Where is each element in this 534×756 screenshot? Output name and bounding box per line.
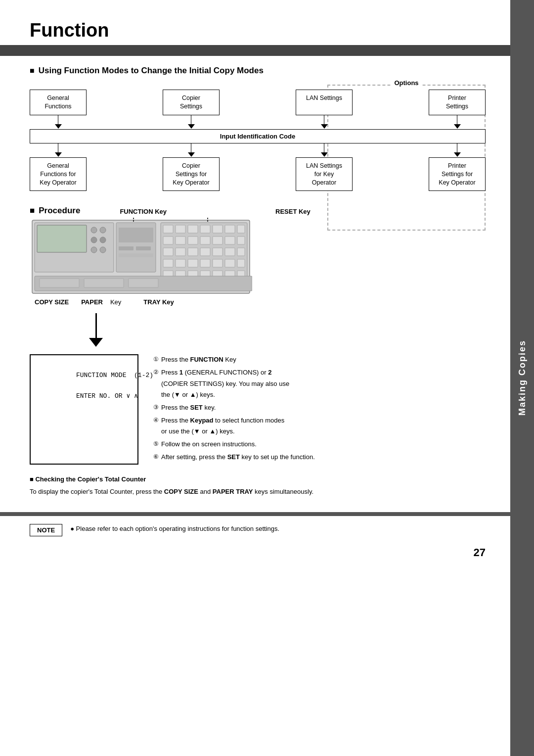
svg-rect-33 <box>213 248 222 256</box>
svg-rect-36 <box>163 259 173 267</box>
svg-point-4 <box>100 227 106 233</box>
svg-rect-53 <box>40 279 79 287</box>
svg-rect-32 <box>200 248 210 256</box>
box-copier-settings-key-op: CopierSettings forKey Operator <box>163 157 220 191</box>
svg-rect-18 <box>200 225 210 233</box>
svg-rect-34 <box>225 248 235 256</box>
arrow-col-b1 <box>30 143 87 157</box>
svg-point-8 <box>100 247 106 253</box>
checking-heading: ■ Checking the Copier's Total Counter <box>30 474 486 485</box>
note-text: ● Please refer to each option's operatin… <box>70 524 279 534</box>
arrow-col-1 <box>30 115 87 129</box>
box-general-functions: GeneralFunctions <box>30 90 87 115</box>
copier-machine-svg <box>30 218 252 294</box>
arrow-col-4 <box>429 115 486 129</box>
bottom-box-row: GeneralFunctions forKey Operator CopierS… <box>30 157 486 196</box>
svg-rect-11 <box>119 246 134 250</box>
steps-list: ① Press the FUNCTION Key ② Press 1 (GENE… <box>153 354 486 465</box>
function-key-label: FUNCTION Key <box>120 208 167 215</box>
copy-size-label: COPY SIZE <box>35 298 69 306</box>
svg-rect-30 <box>176 248 185 256</box>
svg-rect-26 <box>213 236 222 244</box>
box-lan-settings: LAN Settings <box>296 90 353 115</box>
page-title: Function <box>30 20 486 41</box>
big-arrow-down <box>89 313 103 347</box>
arrows-to-idbar <box>30 115 486 129</box>
checking-text: To display the copier's Total Counter, p… <box>30 487 486 497</box>
step-6: ⑥ After setting, press the SET key to se… <box>153 452 486 463</box>
id-code-bar: Input Identification Code <box>30 129 486 143</box>
function-key-area: FUNCTION Key <box>110 207 167 216</box>
svg-rect-31 <box>188 248 198 256</box>
box-copier-settings: CopierSettings <box>163 90 220 115</box>
svg-rect-12 <box>136 246 151 250</box>
arrow-col-b3 <box>296 143 353 157</box>
svg-rect-27 <box>225 236 235 244</box>
box-printer-settings-key-op: PrinterSettings forKey Operator <box>429 157 486 191</box>
side-tab-text: Making Copies <box>517 340 528 416</box>
svg-rect-55 <box>129 279 158 287</box>
arrow-col-b2 <box>163 143 220 157</box>
arrow-col-3 <box>296 115 353 129</box>
function-diagram: GeneralFunctions CopierSettings LAN Sett… <box>30 85 486 196</box>
svg-rect-20 <box>225 225 235 233</box>
box-general-functions-key-op: GeneralFunctions forKey Operator <box>30 157 87 191</box>
procedure-heading: Procedure <box>30 206 80 216</box>
lcd-display: FUNCTION MODE (1-2) ENTER NO. OR ∨ ∧ <box>30 354 138 465</box>
svg-rect-2 <box>37 225 87 252</box>
svg-rect-25 <box>200 236 210 244</box>
paper-label: PAPER <box>81 298 103 306</box>
step-3: ③ Press the SET key. <box>153 402 486 413</box>
svg-rect-24 <box>188 236 198 244</box>
svg-rect-37 <box>176 259 185 267</box>
box-lan-settings-key-op: LAN Settingsfor KeyOperator <box>296 157 353 191</box>
key-label: Key <box>110 298 121 306</box>
step-2: ② Press 1 (GENERAL FUNCTIONS) or 2(COPIE… <box>153 367 486 400</box>
svg-rect-15 <box>163 225 173 233</box>
svg-rect-10 <box>119 228 153 242</box>
svg-rect-19 <box>213 225 222 233</box>
svg-rect-38 <box>188 259 198 267</box>
svg-point-3 <box>91 227 97 233</box>
reset-key-area: RESET Key <box>216 207 311 216</box>
arrows-from-idbar <box>30 143 486 157</box>
svg-rect-54 <box>84 279 124 287</box>
reset-key-label: RESET Key <box>275 208 311 215</box>
procedure-section: Procedure FUNCTION Key RESET Key <box>30 206 486 465</box>
step-5: ⑤ Follow the on screen instructions. <box>153 439 486 450</box>
svg-rect-35 <box>237 248 245 256</box>
bottom-dark-bar <box>0 512 515 516</box>
checking-section: ■ Checking the Copier's Total Counter To… <box>30 474 486 497</box>
step-4: ④ Press the Keypad to select function mo… <box>153 415 486 437</box>
note-box: NOTE ● Please refer to each option's ope… <box>30 524 486 536</box>
svg-point-7 <box>91 247 97 253</box>
svg-rect-22 <box>163 236 173 244</box>
step-1: ① Press the FUNCTION Key <box>153 354 486 365</box>
svg-rect-21 <box>237 225 245 233</box>
svg-rect-13 <box>119 253 153 257</box>
box-printer-settings: PrinterSettings <box>429 90 486 115</box>
section1-heading: Using Function Modes to Change the Initi… <box>30 66 486 76</box>
svg-rect-40 <box>213 259 222 267</box>
side-tab: Making Copies <box>510 0 534 756</box>
svg-rect-41 <box>225 259 235 267</box>
svg-rect-42 <box>237 259 245 267</box>
procedure-bottom: FUNCTION MODE (1-2) ENTER NO. OR ∨ ∧ ① P… <box>30 354 486 465</box>
svg-point-6 <box>100 237 106 243</box>
svg-rect-39 <box>200 259 210 267</box>
arrow-col-b4 <box>429 143 486 157</box>
svg-rect-23 <box>176 236 185 244</box>
top-box-row: GeneralFunctions CopierSettings LAN Sett… <box>30 85 486 115</box>
note-label: NOTE <box>30 524 62 536</box>
big-arrow-container <box>89 311 486 349</box>
key-labels-row: COPY SIZE PAPER Key TRAY Key <box>35 298 486 306</box>
svg-rect-17 <box>188 225 198 233</box>
arrow-col-2 <box>163 115 220 129</box>
dark-bar <box>0 45 510 56</box>
tray-key-label: TRAY Key <box>143 298 174 306</box>
svg-rect-16 <box>176 225 185 233</box>
svg-point-5 <box>91 237 97 243</box>
svg-rect-29 <box>163 248 173 256</box>
svg-rect-28 <box>237 236 245 244</box>
page-number: 27 <box>30 546 486 559</box>
